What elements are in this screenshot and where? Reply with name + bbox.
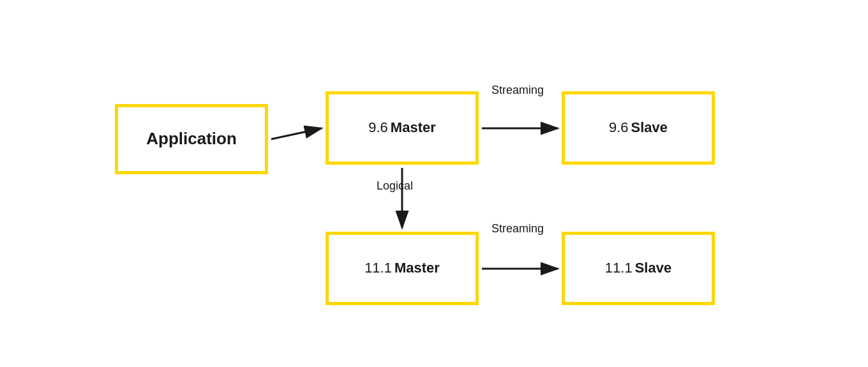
master111-version: 11.1	[364, 260, 392, 276]
master111-role: Master	[394, 260, 440, 276]
slave96-role: Slave	[631, 119, 668, 136]
node-111-master: 11.1 Master	[326, 232, 479, 305]
slave96-version: 9.6	[609, 119, 629, 136]
node-96-master: 9.6 Master	[326, 91, 479, 165]
master96-role: Master	[391, 119, 436, 136]
architecture-diagram: Streaming Logical Streaming Application …	[83, 40, 785, 327]
label-streaming-bottom: Streaming	[491, 222, 544, 236]
label-streaming-top: Streaming	[491, 84, 544, 97]
slave111-version: 11.1	[605, 260, 632, 276]
node-111-slave: 11.1 Slave	[562, 232, 715, 305]
label-logical: Logical	[377, 179, 413, 193]
master96-version: 9.6	[368, 119, 388, 136]
node-96-slave: 9.6 Slave	[562, 91, 715, 165]
node-application: Application	[115, 104, 268, 174]
slave111-role: Slave	[635, 260, 672, 276]
application-label: Application	[146, 129, 237, 149]
arrow-app-to-master96	[271, 128, 322, 139]
